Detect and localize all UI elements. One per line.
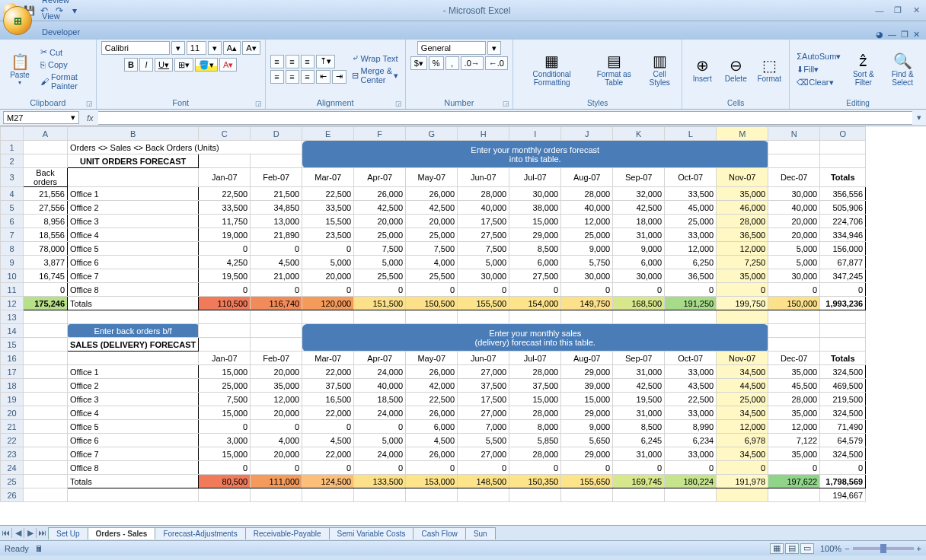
cell[interactable]: 0 — [613, 283, 665, 297]
cell[interactable] — [68, 352, 199, 365]
worksheet-grid[interactable]: ABCDEFGHIJKLMNO1Orders <> Sales <> Back … — [0, 126, 926, 525]
cell[interactable]: 35,000 — [717, 187, 768, 201]
cell[interactable]: 8,500 — [613, 420, 665, 434]
cell[interactable]: 197,622 — [768, 475, 820, 488]
cell[interactable]: 0 — [820, 461, 866, 475]
cell[interactable]: Office 5 — [68, 420, 199, 434]
cell[interactable]: 24,000 — [354, 406, 406, 420]
cell[interactable]: 22,500 — [199, 187, 251, 201]
dialog-launcher-icon[interactable]: ◲ — [86, 100, 93, 107]
cell[interactable]: 45,000 — [665, 201, 717, 215]
col-header[interactable]: G — [406, 127, 458, 141]
cell[interactable]: Totals — [68, 475, 199, 488]
cell[interactable]: 7,500 — [199, 393, 251, 406]
cell[interactable]: 33,500 — [302, 201, 354, 215]
col-header[interactable]: D — [251, 127, 302, 141]
cell[interactable]: 27,556 — [24, 201, 68, 215]
cell[interactable] — [251, 324, 302, 338]
cell[interactable]: 24,000 — [354, 365, 406, 379]
cell[interactable] — [820, 141, 866, 154]
cell[interactable]: 168,500 — [613, 297, 665, 310]
row-header[interactable]: 14 — [1, 324, 24, 338]
tab-view[interactable]: View — [30, 8, 101, 24]
cell[interactable]: Totals — [820, 352, 866, 365]
cell[interactable]: 0 — [665, 461, 717, 475]
sheet-tab[interactable]: Set Up — [48, 527, 88, 539]
dec-decimal-icon[interactable]: ←.0 — [485, 56, 508, 70]
cell[interactable]: 7,000 — [458, 420, 509, 434]
cell[interactable]: Mar-07 — [302, 352, 354, 365]
col-header[interactable]: K — [613, 127, 665, 141]
cell[interactable]: 3,000 — [199, 434, 251, 447]
italic-button[interactable]: I — [139, 58, 153, 72]
row-header[interactable]: 17 — [1, 365, 24, 379]
cell[interactable] — [768, 310, 820, 324]
cell[interactable]: 150,350 — [509, 475, 561, 488]
cell[interactable]: 30,000 — [768, 187, 820, 201]
ribbon-min-icon[interactable]: — — [888, 30, 896, 40]
cell[interactable]: 20,000 — [768, 228, 820, 242]
cell[interactable]: 38,000 — [509, 201, 561, 215]
inc-decimal-icon[interactable]: .0→ — [461, 56, 484, 70]
cell[interactable]: 21,500 — [251, 187, 302, 201]
cell[interactable]: 42,000 — [406, 379, 458, 393]
cell[interactable] — [24, 488, 68, 502]
cell[interactable]: Office 7 — [68, 447, 199, 461]
cell[interactable]: 37,500 — [458, 379, 509, 393]
cell[interactable]: 12,000 — [768, 420, 820, 434]
cell[interactable]: 191,978 — [717, 475, 768, 488]
cell[interactable]: 28,000 — [509, 447, 561, 461]
cell[interactable]: 4,250 — [199, 256, 251, 269]
cell[interactable] — [251, 488, 302, 502]
find-select-button[interactable]: 🔍Find & Select — [883, 44, 921, 94]
cell[interactable] — [24, 141, 68, 154]
cell[interactable] — [68, 488, 199, 502]
cell[interactable] — [717, 310, 768, 324]
cell[interactable]: 12,000 — [561, 215, 613, 228]
cell[interactable]: 20,000 — [251, 406, 302, 420]
cell[interactable]: 25,000 — [717, 393, 768, 406]
cell[interactable]: 27,000 — [458, 447, 509, 461]
cell[interactable]: 27,000 — [458, 406, 509, 420]
cell[interactable]: Jan-07 — [199, 168, 251, 187]
cell[interactable]: 28,000 — [509, 365, 561, 379]
cell[interactable]: May-07 — [406, 168, 458, 187]
cell[interactable]: Feb-07 — [251, 168, 302, 187]
cell[interactable]: 8,000 — [509, 420, 561, 434]
row-header[interactable]: 21 — [1, 420, 24, 434]
cell[interactable]: 35,000 — [768, 447, 820, 461]
clear-button[interactable]: ⌫ Clear ▾ — [794, 77, 843, 88]
delete-cells-button[interactable]: ⊖Delete — [720, 44, 751, 94]
cell[interactable]: 36,500 — [717, 228, 768, 242]
tab-review[interactable]: Review — [30, 0, 101, 8]
cell[interactable]: 334,946 — [820, 228, 866, 242]
cell[interactable]: 0 — [561, 283, 613, 297]
cell[interactable]: 42,500 — [613, 201, 665, 215]
cell[interactable]: 7,250 — [717, 256, 768, 269]
cell[interactable] — [24, 324, 68, 338]
cell[interactable]: 151,500 — [354, 297, 406, 310]
cell[interactable]: Office 1 — [68, 187, 199, 201]
cell[interactable]: 44,500 — [717, 379, 768, 393]
cell[interactable]: 149,750 — [561, 297, 613, 310]
cell[interactable]: Office 4 — [68, 406, 199, 420]
cell[interactable]: 4,000 — [251, 434, 302, 447]
cell[interactable]: Office 8 — [68, 283, 199, 297]
cell[interactable]: 1,798,569 — [820, 475, 866, 488]
cell[interactable]: 194,667 — [820, 488, 866, 502]
cell[interactable]: 0 — [354, 461, 406, 475]
cell[interactable]: 5,000 — [302, 256, 354, 269]
cell[interactable] — [820, 324, 866, 338]
cell[interactable] — [458, 488, 509, 502]
cell[interactable]: 324,500 — [820, 447, 866, 461]
cell[interactable]: 0 — [24, 283, 68, 297]
cell[interactable]: Nov-07 — [717, 352, 768, 365]
cell[interactable]: 116,740 — [251, 297, 302, 310]
indent-dec-icon[interactable]: ⇤ — [316, 70, 330, 84]
cell[interactable]: 27,000 — [458, 365, 509, 379]
cell[interactable]: Apr-07 — [354, 168, 406, 187]
cell[interactable]: 356,556 — [820, 187, 866, 201]
paste-button[interactable]: 📋 Paste ▾ — [5, 44, 35, 94]
row-header[interactable]: 6 — [1, 215, 24, 228]
row-header[interactable]: 8 — [1, 242, 24, 256]
